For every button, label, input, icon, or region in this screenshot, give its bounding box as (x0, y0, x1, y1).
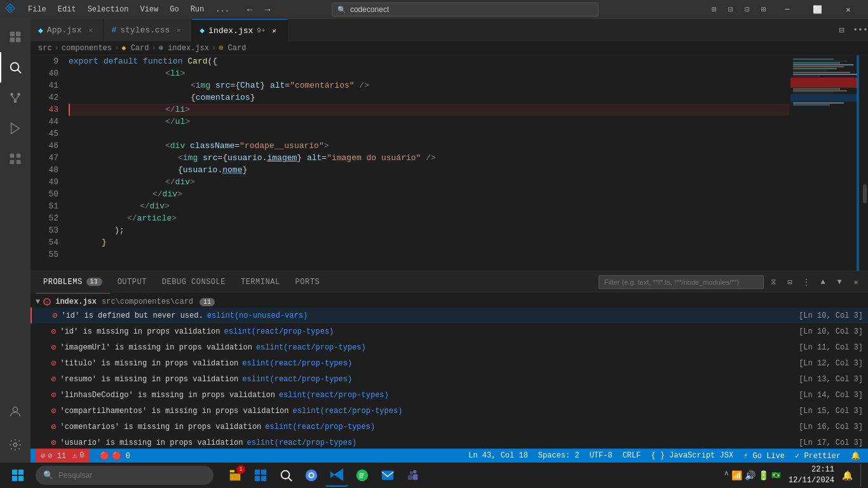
problem-item-5[interactable]: ⊘ 'resumo' is missing in props validatio… (31, 371, 868, 387)
breadcrumb-card[interactable]: ◆ Card (121, 43, 149, 53)
panel-tab-debug[interactable]: DEBUG CONSOLE (154, 271, 233, 294)
panel-layout-button[interactable]: ⊟ (831, 19, 853, 41)
problem-item-6[interactable]: ⊘ 'linhasDeCodigo' is missing in props v… (31, 387, 868, 403)
menu-file[interactable]: File (23, 4, 51, 15)
problem-rule-2[interactable]: eslint(react/prop-types) (224, 327, 334, 336)
search-box[interactable]: 🔍 (332, 3, 599, 17)
taskbar-show-desktop[interactable] (860, 464, 863, 487)
breadcrumb-indexjsx[interactable]: ⊕ index.jsx (159, 43, 209, 53)
taskbar-app-explorer[interactable]: 1 (224, 464, 247, 487)
problem-rule-9[interactable]: eslint(react/prop-types) (247, 438, 356, 447)
breadcrumb-card-fn[interactable]: ⊙ Card (219, 43, 246, 53)
tab-styles-css[interactable]: # styles.css ✕ (104, 19, 192, 41)
chevron-up-button[interactable]: ▲ (816, 275, 830, 289)
breadcrumb-componentes[interactable]: componentes (62, 44, 112, 53)
problem-rule-3[interactable]: eslint(react/prop-types) (256, 343, 366, 352)
line-ending[interactable]: CRLF (620, 451, 644, 460)
problem-item-9[interactable]: ⊘ 'usuario' is missing in props validati… (31, 435, 868, 449)
taskbar-app-mail[interactable] (376, 464, 399, 487)
go-live-button[interactable]: ⚡ Go Live (741, 451, 787, 461)
problem-rule-5[interactable]: eslint(react/prop-types) (242, 375, 352, 384)
errors-count[interactable]: ⊘ ⊘ 11 ⚠ 0 (36, 449, 90, 463)
problem-item-4[interactable]: ⊘ 'titulo' is missing in props validatio… (31, 355, 868, 371)
menu-run[interactable]: Run (186, 4, 210, 15)
taskbar-app-spotify[interactable] (351, 464, 374, 487)
nav-forward-button[interactable]: → (260, 3, 275, 17)
more-options-button[interactable]: ••• (853, 19, 868, 41)
problem-item-1[interactable]: ⊘ 'id' is defined but never used. eslint… (31, 308, 868, 323)
tray-brasil-flag[interactable]: 🇧🇷 (771, 471, 781, 480)
activity-settings[interactable] (0, 430, 31, 460)
prettier-button[interactable]: ✓ Prettier (792, 451, 843, 461)
problem-rule-4[interactable]: eslint(react/prop-types) (242, 359, 352, 368)
layout-icon-4[interactable]: ⊞ (756, 0, 771, 19)
layout-icon-3[interactable]: ⊡ (740, 0, 755, 19)
taskbar-notification[interactable]: 🔔 (842, 470, 853, 481)
vertical-scrollbar[interactable] (859, 55, 868, 271)
taskbar-date[interactable]: 12/11/2024 (789, 475, 834, 486)
activity-debug[interactable] (0, 113, 31, 144)
start-button[interactable] (5, 463, 31, 488)
tray-network-icon[interactable]: 📶 (731, 470, 742, 481)
tray-chevron[interactable]: ^ (724, 471, 729, 480)
tab-close-app[interactable]: ✕ (85, 25, 95, 36)
menu-edit[interactable]: Edit (53, 4, 81, 15)
problem-rule-8[interactable]: eslint(react/prop-types) (265, 423, 375, 431)
more-panel-button[interactable]: ⋮ (799, 275, 813, 289)
taskbar-time[interactable]: 22:11 (811, 464, 834, 475)
taskbar-app-vscode[interactable] (325, 464, 348, 487)
panel-tab-ports[interactable]: PORTS (288, 271, 328, 294)
search-input[interactable] (350, 5, 593, 14)
close-panel-button[interactable]: ✕ (849, 275, 863, 289)
activity-search[interactable] (0, 52, 31, 83)
minimize-button[interactable]: — (773, 0, 802, 19)
problem-item-8[interactable]: ⊘ 'comentarios' is missing in props vali… (31, 419, 868, 435)
panel-tab-problems[interactable]: PROBLEMS 11 (36, 271, 110, 294)
tab-close-styles[interactable]: ✕ (173, 25, 184, 36)
panel-tab-output[interactable]: OUTPUT (110, 271, 154, 294)
tray-battery-icon[interactable]: 🔋 (758, 470, 769, 481)
taskbar-search[interactable]: 🔍 (36, 466, 214, 485)
taskbar-app-windows[interactable] (249, 464, 272, 487)
taskbar-app-teams[interactable] (402, 464, 424, 487)
problem-rule-6[interactable]: eslint(react/prop-types) (279, 391, 389, 400)
tab-index-jsx[interactable]: ◆ index.jsx 9+ ✕ (192, 19, 287, 41)
activity-account[interactable] (0, 396, 31, 427)
panel-tab-terminal[interactable]: TERMINAL (233, 271, 288, 294)
layout-icon-2[interactable]: ⊟ (723, 0, 738, 19)
activity-explorer[interactable] (0, 22, 31, 52)
indentation[interactable]: Spaces: 2 (536, 451, 582, 460)
activity-extensions[interactable] (0, 144, 31, 174)
menu-go[interactable]: Go (165, 4, 184, 15)
menu-selection[interactable]: Selection (83, 4, 134, 15)
collapse-button[interactable]: ⊟ (783, 275, 797, 289)
encoding[interactable]: UTF-8 (587, 451, 615, 460)
nav-back-button[interactable]: ← (242, 3, 257, 17)
close-button[interactable]: ✕ (834, 0, 863, 19)
notification-bell[interactable]: 🔔 (848, 451, 863, 461)
live-share-status[interactable]: 🔴 🔴 0 (97, 451, 133, 461)
language-mode[interactable]: { } JavaScript JSX (648, 451, 736, 460)
taskbar-app-search[interactable] (275, 464, 297, 487)
taskbar-app-chrome[interactable] (300, 464, 323, 487)
menu-view[interactable]: View (135, 4, 163, 15)
filter-button[interactable]: ⧖ (766, 275, 780, 289)
chevron-down-button[interactable]: ▼ (832, 275, 846, 289)
problem-rule-1[interactable]: eslint(no-unused-vars) (207, 311, 308, 320)
taskbar-search-input[interactable] (58, 471, 206, 480)
code-editor[interactable]: export default function Card({ <li> <img… (64, 55, 789, 271)
tab-close-index[interactable]: ✕ (269, 25, 280, 36)
scrollbar-thumb[interactable] (863, 184, 867, 203)
activity-source-control[interactable] (0, 83, 31, 113)
cursor-position[interactable]: Ln 43, Col 18 (466, 451, 531, 460)
breadcrumb-src[interactable]: src (38, 44, 52, 53)
filter-input[interactable] (599, 275, 764, 289)
tab-app-jsx[interactable]: ◆ App.jsx ✕ (31, 19, 104, 41)
menu-more[interactable]: ... (210, 4, 234, 15)
problem-item-2[interactable]: ⊘ 'id' is missing in props validation es… (31, 323, 868, 339)
problem-item-7[interactable]: ⊘ 'compartilhamentos' is missing in prop… (31, 403, 868, 419)
maximize-button[interactable]: ⬜ (803, 0, 832, 19)
problem-group-header[interactable]: ▼ ! index.jsx src\componentes\card 11 (31, 296, 868, 308)
problem-rule-7[interactable]: eslint(react/prop-types) (293, 407, 403, 416)
tray-volume-icon[interactable]: 🔊 (745, 470, 756, 481)
